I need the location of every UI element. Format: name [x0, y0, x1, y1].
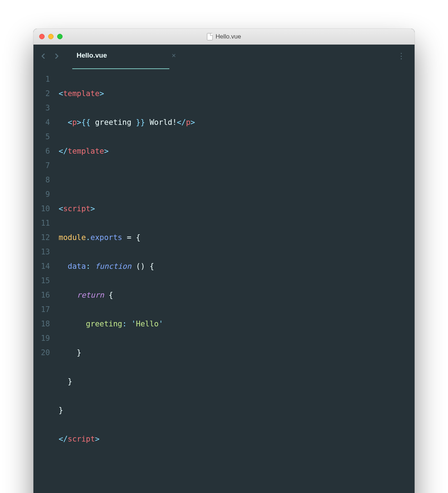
- code-line: }: [59, 403, 415, 417]
- line-number: 10: [33, 202, 50, 216]
- nav-arrows: [41, 54, 59, 59]
- code-line: [59, 461, 415, 475]
- line-number: 8: [33, 173, 50, 187]
- file-icon: [207, 33, 213, 40]
- line-number: 9: [33, 187, 50, 202]
- line-number: 12: [33, 230, 50, 245]
- titlebar: Hello.vue: [33, 29, 415, 45]
- code-line: </script>: [59, 432, 415, 446]
- tab-bar: Hello.vue × ⋮: [33, 45, 415, 68]
- editor-window: Hello.vue Hello.vue × ⋮ 1 2 3 4 5 6 7 8 …: [33, 29, 415, 493]
- editor-area: 1 2 3 4 5 6 7 8 9 10 11 12 13 14 15 16 1…: [33, 68, 415, 493]
- code-content[interactable]: <template> <p>{{ greeting }} World!</p> …: [59, 72, 415, 493]
- close-tab-icon[interactable]: ×: [172, 51, 176, 60]
- code-line: }: [59, 345, 415, 360]
- code-line: }: [59, 374, 415, 389]
- window-title-group: Hello.vue: [207, 33, 241, 40]
- more-menu-icon[interactable]: ⋮: [397, 51, 406, 61]
- tab-hello-vue[interactable]: Hello.vue ×: [77, 51, 176, 61]
- line-gutter: 1 2 3 4 5 6 7 8 9 10 11 12 13 14 15 16 1…: [33, 72, 59, 493]
- close-window-button[interactable]: [39, 34, 45, 39]
- traffic-lights: [39, 34, 63, 39]
- nav-forward-icon[interactable]: [54, 54, 59, 59]
- code-line: return {: [59, 288, 415, 302]
- line-number: 15: [33, 273, 50, 288]
- minimize-window-button[interactable]: [48, 34, 54, 39]
- code-line: </template>: [59, 144, 415, 158]
- line-number: 18: [33, 317, 50, 331]
- line-number: 20: [33, 345, 50, 360]
- line-number: 14: [33, 259, 50, 273]
- code-line: <style scoped>: [59, 489, 415, 493]
- code-line: greeting: 'Hello': [59, 317, 415, 331]
- line-number: 4: [33, 115, 50, 130]
- line-number: 7: [33, 158, 50, 173]
- line-number: 13: [33, 245, 50, 259]
- window-title: Hello.vue: [216, 33, 241, 40]
- code-line: <p>{{ greeting }} World!</p>: [59, 115, 415, 130]
- line-number: 17: [33, 302, 50, 317]
- maximize-window-button[interactable]: [57, 34, 63, 39]
- line-number: 5: [33, 130, 50, 144]
- tab-label: Hello.vue: [77, 51, 107, 59]
- line-number: 19: [33, 331, 50, 345]
- line-number: 11: [33, 216, 50, 230]
- code-line: module.exports = {: [59, 230, 415, 245]
- line-number: 16: [33, 288, 50, 302]
- code-line: data: function () {: [59, 259, 415, 273]
- tab-active-indicator: [72, 68, 169, 69]
- line-number: 1: [33, 72, 50, 86]
- line-number: 2: [33, 86, 50, 101]
- nav-back-icon[interactable]: [41, 54, 46, 59]
- code-line: <template>: [59, 86, 415, 101]
- code-line: <script>: [59, 202, 415, 216]
- code-line: [59, 173, 415, 187]
- line-number: 3: [33, 101, 50, 115]
- line-number: 6: [33, 144, 50, 158]
